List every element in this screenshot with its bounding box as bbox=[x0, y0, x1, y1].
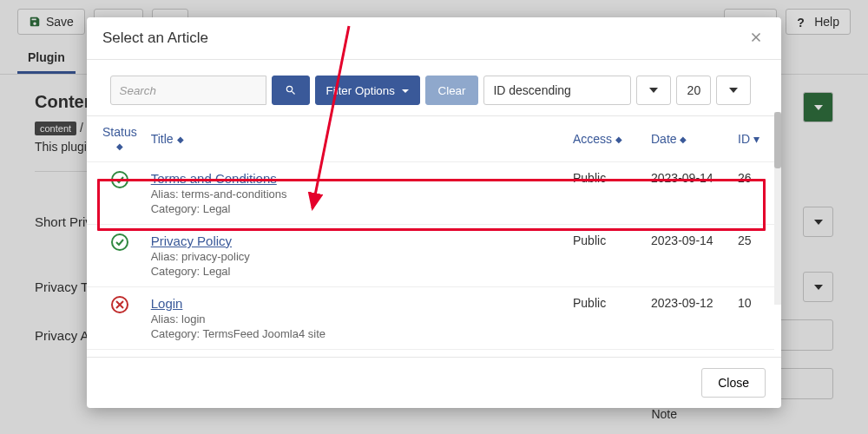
modal-footer: Close bbox=[87, 357, 781, 408]
scrollbar-thumb[interactable] bbox=[774, 112, 781, 168]
caret-down-icon bbox=[402, 89, 409, 93]
sort-icon: ◆ bbox=[615, 137, 622, 142]
scrollbar[interactable] bbox=[774, 112, 781, 305]
col-status[interactable]: Status ◆ bbox=[87, 116, 144, 162]
date-cell: 2023-09-12 bbox=[644, 350, 731, 358]
alias-text: Alias: login bbox=[151, 312, 559, 326]
date-cell: 2023-09-14 bbox=[644, 162, 731, 225]
status-unpublished-icon[interactable] bbox=[111, 296, 128, 313]
order-select[interactable]: ID descending bbox=[483, 76, 631, 105]
filter-options-label: Filter Options bbox=[326, 84, 395, 97]
modal-body: Filter Options Clear ID descending 20 St… bbox=[87, 60, 781, 357]
modal-close-button[interactable] bbox=[748, 30, 766, 47]
table-row: Terms and ConditionsAlias: terms-and-con… bbox=[87, 162, 774, 225]
date-cell: 2023-09-12 bbox=[644, 287, 731, 350]
article-link[interactable]: Login bbox=[151, 296, 183, 311]
status-cell bbox=[87, 162, 144, 225]
category-text: Category: TermsFeed Joomla4 site bbox=[151, 327, 559, 340]
title-cell: Terms and ConditionsAlias: terms-and-con… bbox=[144, 162, 566, 225]
sort-icon: ◆ bbox=[680, 137, 687, 142]
sort-icon: ◆ bbox=[116, 144, 123, 149]
sort-desc-icon: ▾ bbox=[753, 132, 760, 146]
limit-dropdown-button[interactable] bbox=[716, 76, 751, 105]
chevron-down-icon bbox=[649, 88, 658, 93]
order-direction-button[interactable] bbox=[636, 76, 671, 105]
col-id[interactable]: ID ▾ bbox=[731, 116, 774, 162]
modal-title: Select an Article bbox=[102, 30, 208, 47]
status-published-icon[interactable] bbox=[111, 233, 128, 251]
id-cell: 25 bbox=[731, 225, 774, 287]
table-row: LoginAlias: loginCategory: TermsFeed Joo… bbox=[87, 287, 774, 350]
id-cell: 10 bbox=[731, 287, 774, 350]
article-table-wrap[interactable]: Status ◆ Title ◆ Access ◆ Date ◆ ID ▾ Te… bbox=[87, 115, 774, 357]
clear-button[interactable]: Clear bbox=[425, 76, 479, 105]
id-cell: 9 bbox=[731, 350, 774, 358]
status-published-icon[interactable] bbox=[111, 171, 128, 188]
title-cell: Privacy PolicyAlias: privacy-policyCateg… bbox=[144, 225, 566, 287]
table-row: AboutAlias: aboutCategory: TermsFeed Joo… bbox=[87, 350, 774, 358]
access-cell: Public bbox=[566, 287, 644, 350]
search-button[interactable] bbox=[272, 76, 310, 105]
alias-text: Alias: privacy-policy bbox=[151, 250, 559, 263]
title-cell: LoginAlias: loginCategory: TermsFeed Joo… bbox=[144, 287, 566, 350]
access-cell: Public bbox=[566, 162, 644, 225]
date-cell: 2023-09-14 bbox=[644, 225, 731, 287]
id-cell: 26 bbox=[731, 162, 774, 225]
sort-icon: ◆ bbox=[177, 137, 184, 142]
modal-header: Select an Article bbox=[87, 17, 781, 60]
alias-text: Alias: terms-and-conditions bbox=[151, 187, 559, 201]
status-cell bbox=[87, 225, 144, 287]
col-date[interactable]: Date ◆ bbox=[644, 116, 731, 162]
table-row: Privacy PolicyAlias: privacy-policyCateg… bbox=[87, 225, 774, 287]
col-access[interactable]: Access ◆ bbox=[566, 116, 644, 162]
chevron-down-icon bbox=[729, 88, 738, 93]
search-input[interactable] bbox=[110, 76, 266, 105]
article-link[interactable]: Privacy Policy bbox=[151, 233, 232, 248]
access-cell: Public bbox=[566, 225, 644, 287]
article-link[interactable]: Terms and Conditions bbox=[151, 171, 277, 186]
category-text: Category: Legal bbox=[151, 265, 559, 278]
title-cell: AboutAlias: aboutCategory: TermsFeed Joo… bbox=[144, 350, 566, 358]
close-icon bbox=[748, 30, 764, 45]
filter-options-button[interactable]: Filter Options bbox=[315, 76, 420, 105]
close-button[interactable]: Close bbox=[701, 368, 766, 398]
category-text: Category: Legal bbox=[151, 202, 559, 215]
access-cell: Public bbox=[566, 350, 644, 358]
status-cell bbox=[87, 287, 144, 350]
select-article-modal: Select an Article Filter Options Clear I… bbox=[87, 17, 781, 408]
filter-bar: Filter Options Clear ID descending 20 bbox=[87, 60, 774, 115]
col-title[interactable]: Title ◆ bbox=[144, 116, 566, 162]
limit-select[interactable]: 20 bbox=[676, 76, 711, 105]
search-icon bbox=[285, 84, 297, 96]
status-cell bbox=[87, 350, 144, 358]
article-table: Status ◆ Title ◆ Access ◆ Date ◆ ID ▾ Te… bbox=[87, 116, 774, 357]
